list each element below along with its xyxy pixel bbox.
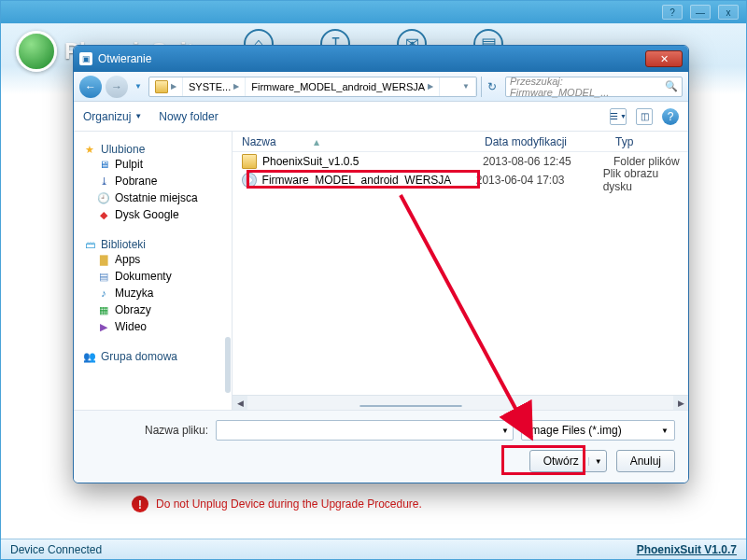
scroll-thumb[interactable] (359, 405, 462, 407)
tree-videos[interactable]: Wideo (115, 320, 147, 333)
cancel-button[interactable]: Anuluj (616, 450, 675, 472)
dialog-app-icon: ▣ (79, 52, 92, 65)
filetype-combo[interactable]: Image Files (*.img)▼ (521, 420, 675, 441)
address-bar: ← → ▼ ▶ SYSTE...▶ Firmware_MODEL_android… (74, 72, 688, 102)
disc-image-icon (242, 173, 257, 188)
app-titlebar: ? — x (1, 1, 746, 23)
tree-apps[interactable]: Apps (115, 253, 140, 266)
tree-documents[interactable]: Dokumenty (115, 270, 172, 283)
folder-icon (242, 154, 257, 169)
col-date[interactable]: Data modyfikacji (475, 135, 606, 148)
sort-indicator-icon: ▴ (314, 135, 319, 148)
breadcrumb-dropdown[interactable]: ▼ (462, 82, 470, 91)
horizontal-scrollbar[interactable]: ◀ ▶ (233, 395, 688, 410)
tree-homegroup[interactable]: Grupa domowa (101, 350, 177, 363)
dialog-toolbar: Organizuj▼ Nowy folder ☰▼ ◫ ? (74, 102, 688, 132)
folder-icon: ▇ (97, 253, 110, 266)
videos-icon: ▶ (97, 320, 110, 333)
warning-icon: ! (132, 496, 148, 512)
col-type[interactable]: Typ (606, 135, 688, 148)
desktop-icon: 🖥 (97, 158, 110, 171)
help-icon[interactable]: ? (662, 108, 679, 125)
open-file-dialog: ▣ Otwieranie ✕ ← → ▼ ▶ SYSTE...▶ Firmwar… (73, 45, 689, 483)
file-list[interactable]: Nazwa▴ Data modyfikacji Typ PhoenixSuit_… (233, 132, 688, 410)
nav-back-button[interactable]: ← (79, 76, 102, 98)
tree-favorites[interactable]: Ulubione (101, 143, 145, 156)
warning-text: Do not Unplug Device during the Upgrade … (156, 497, 422, 511)
favorites-icon: ★ (83, 143, 96, 156)
status-left: Device Connected (10, 543, 102, 556)
breadcrumb[interactable]: ▶ SYSTE...▶ Firmware_MODEL_android_WERSJ… (148, 77, 477, 97)
dialog-close-button[interactable]: ✕ (645, 50, 683, 67)
downloads-icon: ⤓ (97, 175, 110, 188)
folder-icon (155, 80, 168, 93)
tree-music[interactable]: Muzyka (115, 287, 153, 300)
preview-pane-button[interactable]: ◫ (636, 108, 653, 125)
filename-input[interactable]: ▼ (216, 420, 514, 441)
organize-menu[interactable]: Organizuj▼ (83, 110, 142, 123)
list-item[interactable]: Firmware_MODEL_android_WERSJA 2013-06-04… (233, 171, 688, 189)
dialog-footer: Nazwa pliku: ▼ Image Files (*.img)▼ Otwó… (74, 410, 688, 483)
pictures-icon: ▦ (97, 303, 110, 316)
breadcrumb-seg-firmware[interactable]: Firmware_MODEL_android_WERSJA (251, 81, 425, 92)
tree-gdrive[interactable]: Dysk Google (115, 208, 179, 221)
statusbar: Device Connected PhoenixSuit V1.0.7 (1, 539, 746, 559)
nav-history-dropdown[interactable]: ▼ (132, 76, 145, 98)
libraries-icon: 🗃 (83, 238, 96, 251)
phoenix-logo-icon (16, 31, 57, 72)
music-icon: ♪ (97, 287, 110, 300)
tree-libraries[interactable]: Biblioteki (101, 238, 146, 251)
tree-desktop[interactable]: Pulpit (115, 158, 143, 171)
warning-bar: ! Do not Unplug Device during the Upgrad… (132, 496, 422, 512)
nav-tree[interactable]: ★Ulubione 🖥Pulpit ⤓Pobrane 🕘Ostatnie mie… (74, 132, 233, 410)
gdrive-icon: ◆ (97, 208, 110, 221)
dialog-title: Otwieranie (98, 52, 640, 65)
documents-icon: ▤ (97, 270, 110, 283)
tree-downloads[interactable]: Pobrane (115, 175, 157, 188)
filename-label: Nazwa pliku: (87, 424, 208, 437)
tree-recent[interactable]: Ostatnie miejsca (115, 191, 198, 204)
close-button[interactable]: x (718, 5, 739, 20)
recent-icon: 🕘 (97, 191, 110, 204)
dialog-titlebar[interactable]: ▣ Otwieranie ✕ (74, 46, 688, 72)
status-version[interactable]: PhoenixSuit V1.0.7 (637, 543, 737, 556)
search-input[interactable]: Przeszukaj: Firmware_MODEL_... 🔍 (505, 77, 683, 97)
filename-dropdown[interactable]: ▼ (501, 427, 509, 435)
tree-scrollbar[interactable] (225, 337, 231, 393)
tree-pictures[interactable]: Obrazy (115, 303, 151, 316)
nav-forward-button[interactable]: → (106, 76, 128, 98)
new-folder-button[interactable]: Nowy folder (159, 110, 218, 123)
open-button[interactable]: Otwórz▼ (529, 450, 607, 472)
refresh-button[interactable]: ↻ (481, 77, 501, 97)
breadcrumb-seg-system[interactable]: SYSTE... (189, 81, 231, 92)
open-button-dropdown[interactable]: ▼ (588, 457, 602, 466)
search-icon[interactable]: 🔍 (665, 80, 678, 92)
scroll-left-button[interactable]: ◀ (233, 396, 247, 411)
col-name[interactable]: Nazwa (242, 135, 276, 148)
search-placeholder: Przeszukaj: Firmware_MODEL_... (510, 76, 661, 98)
help-button[interactable]: ? (662, 5, 683, 20)
homegroup-icon: 👥 (83, 350, 96, 363)
column-headers[interactable]: Nazwa▴ Data modyfikacji Typ (233, 132, 688, 152)
scroll-right-button[interactable]: ▶ (673, 396, 688, 411)
minimize-button[interactable]: — (690, 5, 711, 20)
view-options-button[interactable]: ☰▼ (610, 108, 627, 125)
